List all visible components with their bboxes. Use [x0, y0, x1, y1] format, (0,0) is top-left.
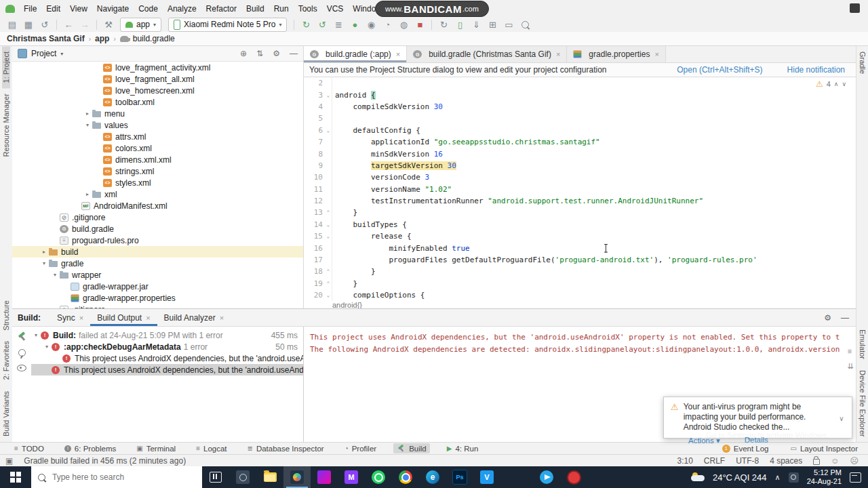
taskbar-icon-task-view[interactable]	[202, 466, 229, 488]
run-tasks-icon[interactable]: ≣	[330, 18, 347, 31]
menu-analyze[interactable]: Analyze	[163, 2, 201, 16]
debug-icon[interactable]: ●	[347, 18, 363, 31]
tree-item[interactable]: <>colors.xml	[12, 142, 303, 154]
sync-gradle-icon[interactable]: ↻	[435, 18, 452, 31]
taskbar-icon-vscode[interactable]: V	[473, 466, 500, 488]
chevron-right-icon[interactable]: ▸	[83, 191, 92, 197]
pin-icon[interactable]	[18, 349, 26, 357]
stripe-tab-favorites[interactable]: 2: Favorites	[2, 336, 10, 385]
stripe-tab-devicefileexplorer[interactable]: Device File Explorer	[859, 365, 867, 442]
chevron-down-icon[interactable]: ▾	[31, 332, 41, 338]
tree-item[interactable]: ▾gradle	[12, 258, 303, 269]
tree-item[interactable]: <>toolbar.xml	[12, 96, 303, 108]
menu-edit[interactable]: Edit	[41, 2, 65, 16]
hide-panel-icon[interactable]: —	[290, 49, 298, 58]
project-structure-icon[interactable]: ⊞	[484, 18, 500, 31]
popup-actions-link[interactable]: Actions ▾	[688, 436, 720, 445]
code-line[interactable]: 16 minifyEnabled true	[304, 242, 856, 253]
sdk-manager-icon[interactable]: ⇓	[468, 18, 484, 31]
code-area[interactable]: ⚠ 4 ∧ ∨ 23⌄android {4 compileSdkVersion …	[304, 77, 856, 301]
banner-hide-link[interactable]: Hide notification	[787, 65, 845, 75]
gear-icon[interactable]: ⚙	[824, 313, 831, 323]
menu-refactor[interactable]: Refactor	[201, 2, 241, 16]
soft-wrap-icon[interactable]: ≡	[848, 347, 854, 355]
chevron-down-icon[interactable]: ▾	[42, 344, 52, 350]
stripe-tab-buildvariants[interactable]: Build Variants	[2, 386, 10, 442]
back-icon[interactable]: ←	[60, 18, 77, 31]
search-input[interactable]	[51, 472, 189, 483]
fold-marker[interactable]: ⌃	[323, 209, 334, 216]
profile-icon[interactable]: ◔	[379, 18, 395, 31]
apply-changes-icon[interactable]: ↺	[314, 18, 330, 31]
code-line[interactable]: 20⌄ compileOptions {	[304, 289, 856, 301]
taskbar-icon-whatsapp[interactable]	[365, 466, 392, 488]
chevron-right-icon[interactable]: ▸	[83, 110, 92, 117]
tool-window-button-logcat[interactable]: ≡Logcat	[193, 444, 230, 453]
taskbar-icon-photoshop[interactable]: Ps	[446, 466, 473, 488]
code-line[interactable]: 15⌄ release {	[304, 230, 856, 242]
tool-window-button-problems[interactable]: !6: Problems	[61, 444, 119, 453]
code-line[interactable]: 13⌃ }	[304, 207, 856, 218]
code-line[interactable]: 17 proguardFiles getDefaultProguardFile(…	[304, 254, 856, 266]
teams-icon[interactable]	[789, 472, 799, 483]
menu-vcs[interactable]: VCS	[322, 2, 349, 16]
taskbar-icon-record[interactable]	[560, 466, 587, 488]
stripe-tab-project[interactable]: 1: Project	[2, 46, 10, 88]
popup-details-link[interactable]: Details	[745, 436, 768, 445]
tool-window-button-terminal[interactable]: ▣Terminal	[133, 444, 179, 453]
tree-item[interactable]: ▸menu	[12, 108, 303, 119]
tree-item[interactable]: <>strings.xml	[12, 165, 303, 177]
close-icon[interactable]: ×	[79, 314, 83, 322]
tree-item[interactable]: ▾wrapper	[12, 269, 303, 281]
tool-window-button-profiler[interactable]: ◔Profiler	[341, 444, 380, 453]
stripe-tab-emulator[interactable]: Emulator	[859, 324, 867, 365]
indent-setting[interactable]: 4 spaces	[770, 456, 802, 466]
tree-item[interactable]: ▸build	[12, 246, 303, 258]
tree-item[interactable]: MFAndroidManifest.xml	[12, 200, 303, 211]
search-icon[interactable]	[517, 18, 533, 31]
tree-item[interactable]: <>love_homescreen.xml	[12, 85, 303, 96]
close-icon[interactable]: ×	[654, 50, 658, 58]
menu-run[interactable]: Run	[269, 2, 294, 16]
menu-code[interactable]: Code	[134, 2, 163, 16]
scroll-to-end-icon[interactable]: ⇊	[848, 362, 854, 371]
window-controls-icon[interactable]	[850, 3, 860, 13]
fold-marker[interactable]: ⌃	[323, 268, 334, 274]
tree-item[interactable]: ▸xml	[12, 188, 303, 200]
build-tab[interactable]: Build Analyzer×	[157, 309, 231, 326]
editor-tab[interactable]: Gbuild.gradle (:app)×	[304, 46, 407, 62]
stripe-tab-gradle[interactable]: Gradle	[859, 46, 867, 79]
editor-tab[interactable]: gradle.properties×	[567, 46, 666, 62]
prev-issue-icon[interactable]: ∧	[834, 81, 839, 87]
tree-item[interactable]: gradle-wrapper.properties	[12, 292, 303, 304]
taskbar-icon-app[interactable]	[229, 466, 256, 488]
code-line[interactable]: 3⌄android {	[304, 89, 856, 100]
code-line[interactable]: 8 minSdkVersion 16	[304, 148, 856, 159]
tree-item[interactable]: gradle-wrapper.jar	[12, 281, 303, 292]
sync-icon[interactable]: ↺	[37, 18, 53, 31]
inspection-widget[interactable]: ⚠ 4 ∧ ∨	[816, 79, 846, 89]
attach-debugger-icon[interactable]: ◍	[395, 18, 412, 31]
forward-icon[interactable]: →	[77, 18, 93, 31]
tree-item[interactable]: ⊘.gitignore	[12, 304, 303, 308]
hide-panel-icon[interactable]: —	[841, 313, 849, 323]
menu-file[interactable]: File	[19, 2, 41, 16]
stop-icon[interactable]: ■	[412, 18, 428, 31]
banner-open-link[interactable]: Open (Ctrl+Alt+Shift+S)	[677, 65, 762, 75]
code-line[interactable]: 2	[304, 77, 856, 89]
taskbar-icon-adobe[interactable]	[311, 466, 338, 488]
close-icon[interactable]: ×	[396, 50, 400, 58]
menu-tools[interactable]: Tools	[294, 2, 322, 16]
open-icon[interactable]: ▤	[4, 18, 20, 31]
taskbar-search[interactable]	[31, 466, 202, 488]
code-line[interactable]: 12 testInstrumentationRunner "android.su…	[304, 195, 856, 207]
tree-item[interactable]: <>styles.xml	[12, 177, 303, 188]
menu-build[interactable]: Build	[241, 2, 269, 16]
taskbar-icon-telegram[interactable]	[533, 466, 560, 488]
taskbar-icon-file-explorer[interactable]	[256, 466, 283, 488]
sad-face-icon[interactable]: ☹	[850, 456, 859, 466]
fold-marker[interactable]: ⌄	[323, 127, 334, 134]
tree-item[interactable]: ▾values	[12, 119, 303, 131]
readonly-lock-icon[interactable]	[813, 459, 820, 465]
tool-window-button-databaseinspector[interactable]: ≣Database Inspector	[244, 444, 328, 453]
